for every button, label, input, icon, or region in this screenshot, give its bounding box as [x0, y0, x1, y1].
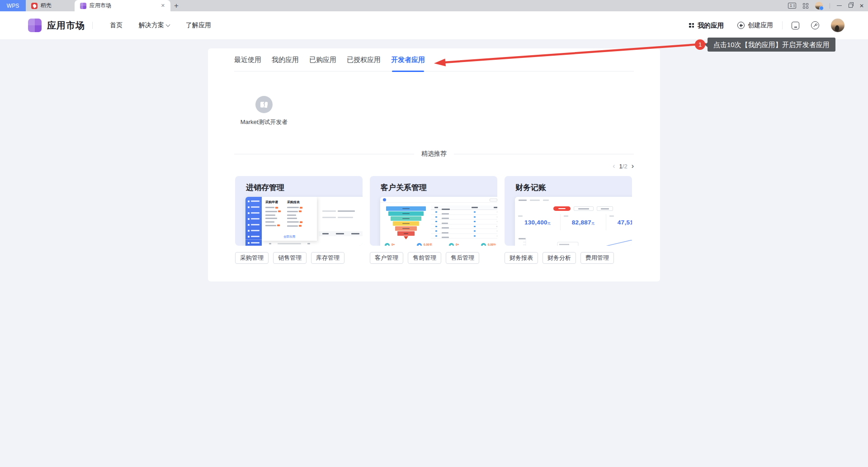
tab-app-market[interactable]: 应用市场 ✕: [75, 0, 170, 11]
divider-line: [234, 154, 414, 154]
tag-chip[interactable]: 客户管理: [370, 252, 403, 264]
preview-dropdown-menu: 采购申请 采购报表: [262, 197, 317, 241]
preview-table-header: [319, 231, 363, 236]
plus-circle-icon: [737, 22, 745, 29]
menu-more-link: 全部应用: [262, 235, 317, 239]
coach-tooltip: 1 点击10次【我的应用】开启开发者应用: [695, 38, 835, 52]
tag-chip[interactable]: 销售管理: [273, 252, 307, 264]
record-button: [553, 206, 571, 211]
wps-menu-button[interactable]: WPS: [0, 0, 26, 11]
page-current: 1: [619, 163, 623, 170]
card-erp-tags: 采购管理 销售管理 库存管理: [235, 252, 363, 264]
card-erp-title: 进销存管理: [246, 182, 284, 193]
create-app-button[interactable]: 创建应用: [748, 21, 773, 29]
header-actions-divider: [782, 21, 783, 29]
menu-column-title: 采购申请: [265, 200, 281, 205]
user-avatar[interactable]: [831, 19, 844, 32]
app-category-tabs: 最近使用 我的应用 已购应用 已授权应用 开发者应用: [234, 48, 634, 71]
tab-count-icon[interactable]: 1: [788, 3, 796, 9]
my-apps-grid-icon: [689, 23, 694, 28]
card-column: 客户关系管理: [370, 176, 497, 264]
featured-cards: 进销存管理: [235, 176, 634, 264]
tab-close-icon[interactable]: ✕: [161, 3, 165, 9]
nav-learn-label: 了解应用: [186, 21, 211, 29]
preview-table: [431, 205, 497, 238]
card-finance-preview: 130,400元 82,887元 47,513元: [515, 197, 632, 246]
page-header: 应用市场 首页 解决方案 了解应用 我的应用 创建应用: [0, 11, 868, 40]
tab-recently-used[interactable]: 最近使用: [234, 48, 261, 71]
tooltip-text: 点击10次【我的应用】开启开发者应用: [708, 38, 835, 52]
tab-app-market-label: 应用市场: [90, 2, 111, 10]
compass-icon[interactable]: [811, 21, 819, 29]
trend-line-chart: [518, 236, 632, 246]
header-nav: 首页 解决方案 了解应用: [110, 21, 211, 29]
step-badge: 1: [695, 39, 705, 50]
carousel-pagination: ‹ 1/2 ›: [234, 162, 634, 170]
app-market-favicon: [80, 3, 86, 9]
divider-line: [454, 154, 634, 154]
card-erp[interactable]: 进销存管理: [235, 176, 363, 246]
nav-home-label: 首页: [110, 21, 123, 29]
tag-chip[interactable]: 售前管理: [408, 252, 441, 264]
header-divider: [92, 22, 93, 29]
page-title: 应用市场: [47, 19, 85, 32]
menu-column-title: 采购报表: [287, 200, 302, 205]
next-page-icon[interactable]: ›: [632, 162, 634, 170]
tab-my-apps[interactable]: 我的应用: [272, 48, 299, 71]
tab-developer-apps[interactable]: 开发者应用: [391, 48, 425, 71]
featured-title: 精选推荐: [421, 150, 447, 158]
card-crm[interactable]: 客户关系管理: [370, 176, 497, 246]
restore-icon[interactable]: [849, 4, 853, 8]
my-apps-button[interactable]: 我的应用: [698, 21, 724, 30]
titlebar-avatar[interactable]: [815, 2, 823, 10]
card-crm-preview: 0+ 0.00元 0+ 0.00% 0+ 0+: [380, 197, 497, 246]
new-tab-button[interactable]: +: [170, 0, 182, 11]
card-erp-preview: 采购申请 采购报表: [245, 197, 363, 246]
tag-chip[interactable]: 财务报表: [505, 252, 538, 264]
preview-stats: 0+ 0.00元 0+ 0.00% 0+ 0+: [385, 243, 497, 246]
page-total: /2: [623, 163, 627, 170]
finance-stat-boxes: 130,400元 82,887元 47,513元: [515, 214, 632, 230]
developer-app-name: Market测试开发者: [241, 118, 288, 126]
tag-chip[interactable]: 财务分析: [542, 252, 576, 264]
tag-chip[interactable]: 采购管理: [235, 252, 269, 264]
tab-authorized-apps[interactable]: 已授权应用: [347, 48, 381, 71]
app-market-logo: [28, 19, 42, 32]
tab-purchased-apps[interactable]: 已购应用: [309, 48, 336, 71]
nav-learn[interactable]: 了解应用: [186, 21, 211, 29]
nav-solutions-label: 解决方案: [139, 21, 164, 29]
tab-docer[interactable]: 稻壳: [26, 0, 75, 11]
preview-sidebar: [245, 197, 262, 246]
app-window: WPS 稻壳 应用市场 ✕ + 1 ✕ 应用市场 首页 解决方案: [0, 0, 868, 467]
close-icon[interactable]: ✕: [859, 3, 864, 9]
tag-chip[interactable]: 库存管理: [311, 252, 344, 264]
card-finance-tags: 财务报表 财务分析 费用管理: [505, 252, 632, 264]
titlebar-divider: [830, 3, 830, 9]
developer-app-avatar: [255, 96, 273, 113]
card-column: 财务记账 130,400元 82,887元 47,513元: [505, 176, 632, 264]
card-column: 进销存管理: [235, 176, 363, 264]
main-panel: 最近使用 我的应用 已购应用 已授权应用 开发者应用 Market测试开发者 精…: [208, 48, 660, 281]
sales-funnel-chart: [384, 206, 428, 239]
tab-docer-label: 稻壳: [41, 2, 52, 10]
card-crm-title: 客户关系管理: [381, 182, 427, 193]
card-finance[interactable]: 财务记账 130,400元 82,887元 47,513元: [505, 176, 632, 246]
prev-page-icon[interactable]: ‹: [613, 162, 615, 170]
broken-image-icon: [260, 102, 268, 108]
tag-chip[interactable]: 费用管理: [580, 252, 614, 264]
window-tab-bar: WPS 稻壳 应用市场 ✕ + 1 ✕: [0, 0, 868, 11]
developer-app-item[interactable]: Market测试开发者: [234, 96, 294, 126]
nav-solutions[interactable]: 解决方案: [139, 21, 170, 29]
minimize-icon[interactable]: [837, 5, 842, 6]
tag-chip[interactable]: 售后管理: [446, 252, 479, 264]
card-finance-title: 财务记账: [515, 182, 546, 193]
docer-icon: [31, 3, 38, 9]
workspace-grid-icon[interactable]: [803, 3, 808, 9]
sidebar-panel-icon[interactable]: [792, 22, 799, 29]
page-indicator: 1/2: [619, 163, 627, 170]
featured-section-divider: 精选推荐: [234, 150, 634, 158]
nav-home[interactable]: 首页: [110, 21, 123, 29]
card-crm-tags: 客户管理 售前管理 售后管理: [370, 252, 497, 264]
chevron-down-icon: [166, 23, 170, 27]
preview-buttons: [515, 206, 632, 211]
